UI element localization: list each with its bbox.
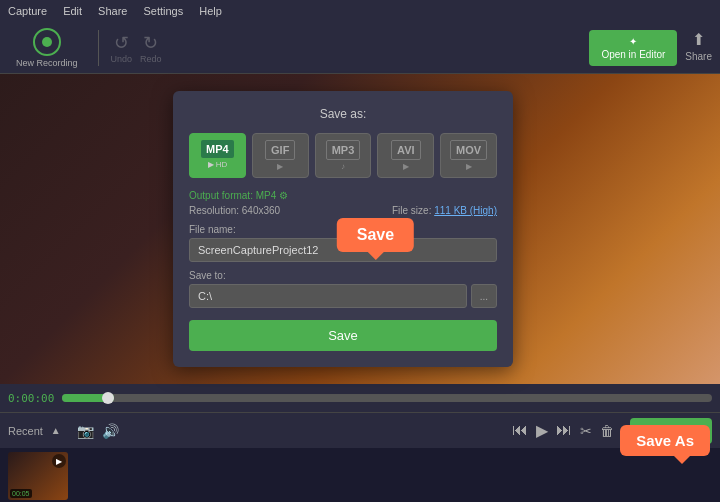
menu-help[interactable]: Help bbox=[199, 5, 222, 17]
menu-edit[interactable]: Edit bbox=[63, 5, 82, 17]
thumbnail-strip: 00:05 ▶ bbox=[0, 448, 720, 502]
skip-forward-button[interactable]: ⏭ bbox=[556, 421, 572, 440]
controls-icons: 📷 🔊 bbox=[77, 423, 119, 439]
play-button[interactable]: ▶ bbox=[536, 421, 548, 440]
undo-button[interactable]: ↺ Undo bbox=[111, 32, 133, 64]
redo-label: Redo bbox=[140, 54, 162, 64]
undo-icon: ↺ bbox=[114, 32, 129, 54]
new-recording-button[interactable]: New Recording bbox=[8, 24, 86, 72]
share-label: Share bbox=[685, 51, 712, 62]
mov-sub: ▶ bbox=[466, 162, 472, 171]
avi-badge: AVI bbox=[391, 140, 421, 160]
menu-settings[interactable]: Settings bbox=[143, 5, 183, 17]
recent-chevron-icon: ▲ bbox=[51, 425, 61, 436]
camera-icon[interactable]: 📷 bbox=[77, 423, 94, 439]
time-display: 0:00:00 bbox=[8, 392, 54, 405]
resolution-filesize-row: Resolution: 640x360 File size: 111 KB (H… bbox=[189, 205, 497, 216]
main-area: Save as: MP4 ▶ HD GIF ▶ MP3 ♪ AVI ▶ MOV … bbox=[0, 74, 720, 384]
timeline-thumb[interactable] bbox=[102, 392, 114, 404]
toolbar-separator bbox=[98, 30, 99, 66]
resolution-info: Resolution: 640x360 bbox=[189, 205, 280, 216]
timeline-track[interactable] bbox=[62, 394, 712, 402]
toolbar: New Recording ↺ Undo ↻ Redo ✦ Open in Ed… bbox=[0, 22, 720, 74]
gif-sub: ▶ bbox=[277, 162, 283, 171]
browse-button[interactable]: ... bbox=[471, 284, 497, 308]
format-avi-button[interactable]: AVI ▶ bbox=[377, 133, 434, 178]
menu-share[interactable]: Share bbox=[98, 5, 127, 17]
save-dialog-button[interactable]: Save bbox=[189, 320, 497, 351]
list-item[interactable]: 00:05 ▶ bbox=[8, 452, 68, 500]
resolution-label: Resolution: bbox=[189, 205, 239, 216]
format-mp4-button[interactable]: MP4 ▶ HD bbox=[189, 133, 246, 178]
save-tooltip: Save bbox=[337, 218, 414, 252]
thumbnail-play-icon: ▶ bbox=[52, 454, 66, 468]
resolution-value: 640x360 bbox=[242, 205, 280, 216]
save-as-tooltip: Save As bbox=[620, 425, 710, 456]
output-format-value: MP4 bbox=[256, 190, 277, 201]
delete-icon[interactable]: 🗑 bbox=[600, 423, 614, 439]
mp3-badge: MP3 bbox=[326, 140, 361, 160]
record-icon bbox=[33, 28, 61, 56]
gif-badge: GIF bbox=[265, 140, 295, 160]
save-to-label: Save to: bbox=[189, 270, 497, 281]
menu-bar: Capture Edit Share Settings Help bbox=[0, 0, 720, 22]
playback-controls: ⏮ ▶ ⏭ bbox=[512, 421, 572, 440]
file-size-label: File size: bbox=[392, 205, 431, 216]
cut-icon[interactable]: ✂ bbox=[580, 423, 592, 439]
format-options: MP4 ▶ HD GIF ▶ MP3 ♪ AVI ▶ MOV ▶ bbox=[189, 133, 497, 178]
avi-sub: ▶ bbox=[403, 162, 409, 171]
format-gif-button[interactable]: GIF ▶ bbox=[252, 133, 309, 178]
undo-redo-group: ↺ Undo ↻ Redo bbox=[111, 32, 162, 64]
file-size-info: File size: 111 KB (High) bbox=[392, 205, 497, 216]
record-dot bbox=[42, 37, 52, 47]
redo-icon: ↻ bbox=[143, 32, 158, 54]
speaker-icon[interactable]: 🔊 bbox=[102, 423, 119, 439]
save-to-input[interactable] bbox=[189, 284, 467, 308]
mp4-sub: ▶ HD bbox=[208, 160, 228, 169]
output-format-settings-icon[interactable]: ⚙ bbox=[279, 190, 288, 201]
share-icon: ⬆ bbox=[692, 30, 705, 49]
undo-label: Undo bbox=[111, 54, 133, 64]
open-editor-button[interactable]: ✦ Open in Editor bbox=[589, 30, 677, 66]
new-recording-label: New Recording bbox=[16, 58, 78, 68]
redo-button[interactable]: ↻ Redo bbox=[140, 32, 162, 64]
output-format-info: Output format: MP4 ⚙ bbox=[189, 190, 497, 201]
mp4-badge: MP4 bbox=[201, 140, 234, 158]
recent-label[interactable]: Recent bbox=[8, 425, 43, 437]
mov-badge: MOV bbox=[450, 140, 487, 160]
skip-back-button[interactable]: ⏮ bbox=[512, 421, 528, 440]
share-button[interactable]: ⬆ Share bbox=[685, 30, 712, 66]
open-editor-icon: ✦ bbox=[629, 36, 637, 47]
format-mov-button[interactable]: MOV ▶ bbox=[440, 133, 497, 178]
format-mp3-button[interactable]: MP3 ♪ bbox=[315, 133, 372, 178]
dialog-title: Save as: bbox=[189, 107, 497, 121]
timeline: 0:00:00 bbox=[0, 384, 720, 412]
open-editor-label: Open in Editor bbox=[601, 49, 665, 60]
thumbnail-time: 00:05 bbox=[10, 489, 32, 498]
file-size-value[interactable]: 111 KB (High) bbox=[434, 205, 497, 216]
mp3-sub: ♪ bbox=[341, 162, 345, 171]
controls-bar: Recent ▲ 📷 🔊 ⏮ ▶ ⏭ ✂ 🗑 Save As... bbox=[0, 412, 720, 448]
save-to-row: ... bbox=[189, 284, 497, 308]
menu-capture[interactable]: Capture bbox=[8, 5, 47, 17]
output-format-label: Output format: bbox=[189, 190, 253, 201]
toolbar-right: ✦ Open in Editor ⬆ Share bbox=[589, 30, 712, 66]
